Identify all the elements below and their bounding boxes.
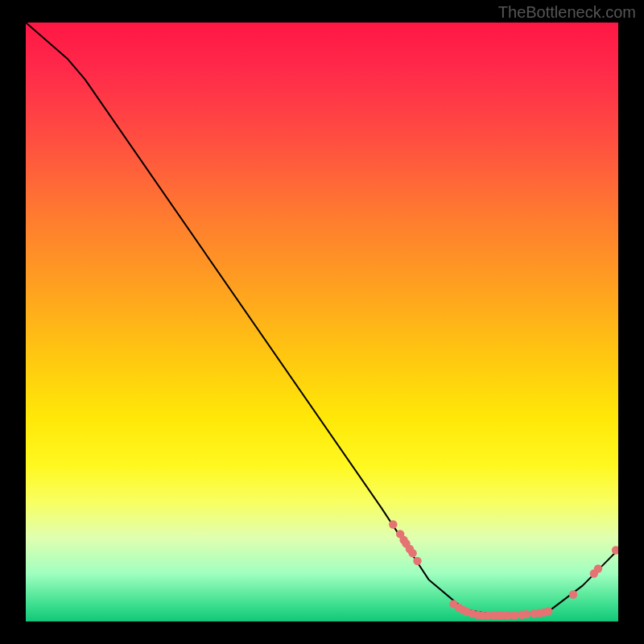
data-point (510, 611, 518, 619)
data-point (612, 546, 618, 554)
data-point (522, 610, 530, 618)
scatter-points (389, 520, 618, 619)
chart-container: TheBottleneck.com (0, 0, 644, 644)
data-point (594, 564, 602, 572)
watermark-text: TheBottleneck.com (498, 3, 636, 22)
data-point (569, 590, 577, 598)
line-series (26, 23, 618, 616)
data-point (544, 607, 552, 615)
data-point (389, 520, 397, 528)
chart-svg (26, 23, 618, 621)
data-point (413, 557, 421, 565)
curve-path (26, 23, 618, 616)
plot-area (26, 23, 618, 621)
data-point (408, 549, 416, 557)
